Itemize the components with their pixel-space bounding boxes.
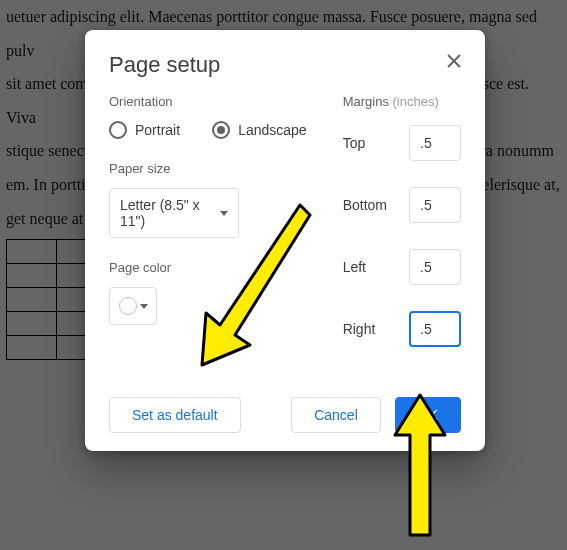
orientation-landscape-radio[interactable]: Landscape [212, 121, 307, 139]
margin-left-row: Left [343, 249, 461, 285]
margin-top-label: Top [343, 135, 366, 151]
close-icon[interactable] [443, 50, 465, 72]
paper-size-select[interactable]: Letter (8.5" x 11") [109, 188, 239, 238]
radio-icon [212, 121, 230, 139]
ok-button[interactable]: OK [395, 397, 461, 433]
chevron-down-icon [140, 304, 148, 309]
margin-bottom-input[interactable] [409, 187, 461, 223]
page-color-picker[interactable] [109, 287, 157, 325]
margin-right-row: Right [343, 311, 461, 347]
margin-right-input[interactable] [409, 311, 461, 347]
margin-bottom-row: Bottom [343, 187, 461, 223]
margin-right-label: Right [343, 321, 376, 337]
chevron-down-icon [220, 211, 228, 216]
radio-icon [109, 121, 127, 139]
orientation-portrait-radio[interactable]: Portrait [109, 121, 180, 139]
color-swatch-icon [119, 297, 137, 315]
dialog-title: Page setup [109, 52, 461, 78]
orientation-portrait-label: Portrait [135, 122, 180, 138]
orientation-label: Orientation [109, 94, 307, 109]
margin-bottom-label: Bottom [343, 197, 387, 213]
cancel-button[interactable]: Cancel [291, 397, 381, 433]
paper-size-value: Letter (8.5" x 11") [120, 197, 220, 229]
margin-left-label: Left [343, 259, 366, 275]
orientation-landscape-label: Landscape [238, 122, 307, 138]
margin-top-row: Top [343, 125, 461, 161]
set-as-default-button[interactable]: Set as default [109, 397, 241, 433]
margin-top-input[interactable] [409, 125, 461, 161]
page-color-label: Page color [109, 260, 307, 275]
margin-left-input[interactable] [409, 249, 461, 285]
margins-label: Margins (inches) [343, 94, 461, 109]
paper-size-label: Paper size [109, 161, 307, 176]
page-setup-dialog: Page setup Orientation Portrait Landscap… [85, 30, 485, 451]
